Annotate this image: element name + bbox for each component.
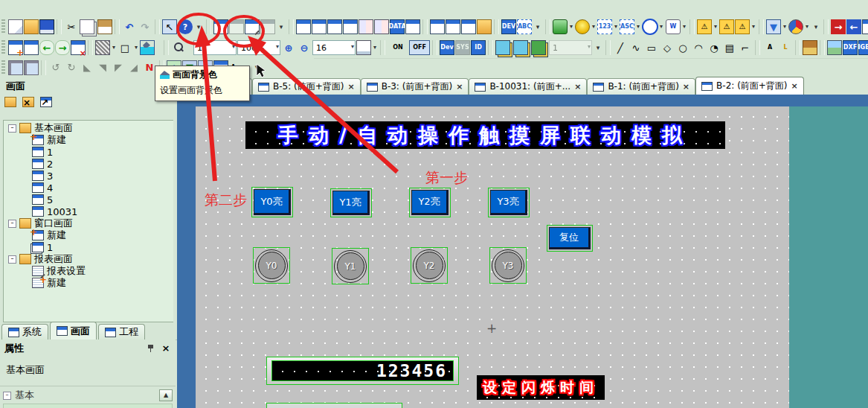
screen-info-button[interactable]	[343, 19, 358, 34]
y3-lamp-object[interactable]: Y3	[489, 247, 527, 284]
line-tool[interactable]: ╱	[613, 40, 628, 55]
sector-tool[interactable]: ◔	[707, 40, 721, 55]
close-icon[interactable]: ×	[683, 82, 689, 92]
ascii-display-button[interactable]: ASC	[620, 19, 634, 34]
id-badge-button[interactable]: ID	[471, 40, 486, 55]
state-combo[interactable]: 1	[193, 40, 237, 55]
screen-properties-button[interactable]	[245, 19, 260, 34]
copy-window-button[interactable]	[296, 19, 311, 34]
ungroup-button[interactable]	[24, 60, 39, 75]
alarm-bar-button[interactable]: ⚠	[735, 19, 750, 34]
prev-screen-button[interactable]: ←	[39, 40, 54, 55]
rotate-right-button[interactable]: ↻	[64, 60, 79, 75]
alarm-history-button[interactable]: ⚠	[697, 19, 712, 34]
y0-lamp-object[interactable]: Y0	[253, 247, 290, 284]
tree-window-new[interactable]: 新建	[4, 229, 173, 241]
clean-tool[interactable]	[803, 40, 817, 55]
new-file-button[interactable]	[8, 19, 23, 34]
y1-button-object[interactable]: Y1亮	[330, 188, 372, 217]
touch-switch-button[interactable]	[553, 19, 568, 34]
step2-annotation[interactable]: 第二步	[205, 191, 247, 210]
abc-monitor-button[interactable]: ABC	[517, 19, 532, 34]
expander-icon[interactable]	[8, 124, 16, 133]
toolbar-drag-handle[interactable]	[1, 60, 5, 75]
y0-button-object[interactable]: Y0亮	[251, 187, 293, 217]
tree-screen-10031[interactable]: 10031	[4, 205, 173, 217]
paste-button[interactable]	[97, 19, 112, 34]
pipe-tool[interactable]: ⌐	[738, 40, 753, 55]
corner-tool[interactable]: L	[778, 40, 793, 55]
toolbar-overflow-button[interactable]	[811, 19, 821, 34]
expander-icon[interactable]	[8, 255, 16, 264]
expander-icon[interactable]	[8, 220, 16, 228]
numeric-display-button[interactable]: 123	[597, 19, 612, 34]
open-screen-button[interactable]	[24, 40, 39, 55]
tree-report-settings[interactable]: 报表设置	[4, 265, 173, 277]
copy-front-layer-button[interactable]	[312, 19, 327, 34]
flash-time-label-object[interactable]: 设定闪烁时间	[477, 375, 605, 400]
expander-icon[interactable]	[3, 392, 11, 400]
y2-button-object[interactable]: Y2亮	[409, 188, 451, 217]
tree-report-new[interactable]: 新建	[4, 277, 173, 289]
close-icon[interactable]: ×	[456, 82, 463, 92]
redo-button[interactable]: ↷	[138, 19, 152, 34]
menu-object[interactable]	[115, 7, 131, 10]
dev-badge-button[interactable]: Dev	[440, 40, 454, 55]
toolbar-drag-handle[interactable]	[1, 40, 5, 55]
mirror-left-button[interactable]: ◤	[111, 60, 126, 75]
save-window-button[interactable]	[461, 19, 476, 34]
select-tool-button[interactable]: ↖	[162, 19, 177, 34]
filter-part-button[interactable]: ▼	[766, 19, 781, 34]
new-screen-button[interactable]	[8, 40, 23, 55]
layer-front-button[interactable]	[495, 40, 510, 55]
screen-lock-button[interactable]	[213, 19, 228, 34]
tree-basic-new[interactable]: 新建	[4, 134, 173, 146]
rectangle-tool[interactable]: ▭	[644, 40, 659, 55]
zoom-tool-button[interactable]	[171, 40, 186, 55]
tree-report-screens[interactable]: 报表画面	[4, 253, 173, 265]
address-book-button[interactable]	[359, 19, 373, 34]
close-icon[interactable]: ×	[574, 82, 581, 92]
text-tool[interactable]: A	[762, 40, 777, 55]
tree-screen-4[interactable]: 4	[4, 182, 173, 194]
close-icon[interactable]: ×	[791, 81, 798, 91]
toolbar-drag-handle[interactable]	[1, 19, 5, 34]
menu-screen[interactable]	[65, 7, 82, 10]
alarm-search-button[interactable]: ⚠	[719, 19, 734, 34]
next-screen-button[interactable]: →	[55, 40, 70, 55]
numeric-display-object[interactable]: 123456	[266, 357, 459, 385]
rotate-left-button[interactable]: ↺	[48, 60, 63, 75]
chart-part-button[interactable]	[788, 19, 803, 34]
copy-button[interactable]	[80, 19, 94, 34]
data-log-button[interactable]: DATA	[390, 19, 405, 34]
delete-screen-button[interactable]: ×	[22, 97, 34, 107]
state-off-button[interactable]: OFF	[409, 40, 430, 55]
title-banner-object[interactable]: 手动/自动操作触摸屏联动模拟	[245, 121, 725, 149]
tab-b1[interactable]: B-1: (前面+背面) ×	[587, 78, 695, 95]
export-button[interactable]: ←	[846, 19, 861, 34]
tile-windows-button[interactable]	[446, 19, 460, 34]
zoom-out-button[interactable]: ⊖	[297, 40, 312, 55]
menu-tools[interactable]	[131, 7, 147, 10]
message-part-button[interactable]: W	[666, 19, 681, 34]
arc-tool[interactable]: ◠	[691, 40, 706, 55]
device-monitor-button[interactable]: DEV	[501, 19, 516, 34]
dxf-import-button[interactable]: DXF	[843, 40, 858, 55]
side-tab-system[interactable]: 系统	[1, 324, 48, 340]
close-icon[interactable]: ×	[161, 343, 171, 354]
fill-color-button[interactable]	[140, 40, 155, 55]
flip-vertical-button[interactable]: ◥	[95, 60, 110, 75]
lamp-part-button[interactable]	[575, 19, 590, 34]
fill-pattern-button[interactable]	[95, 40, 110, 55]
layer-combo[interactable]: 1	[549, 40, 592, 55]
y1-lamp-object[interactable]: Y1	[332, 248, 369, 284]
menu-search-replace[interactable]	[33, 7, 49, 10]
toolbar-overflow-button[interactable]	[593, 40, 603, 55]
pin-icon[interactable]	[146, 343, 156, 354]
polyline-tool[interactable]: ∿	[629, 40, 643, 55]
save-button[interactable]	[39, 19, 54, 34]
cut-button[interactable]: ✂	[64, 19, 79, 34]
group-button[interactable]	[8, 60, 23, 75]
tab-b5[interactable]: B-5: (前面+背面) ×	[252, 78, 361, 95]
import-button[interactable]: →	[831, 19, 846, 34]
